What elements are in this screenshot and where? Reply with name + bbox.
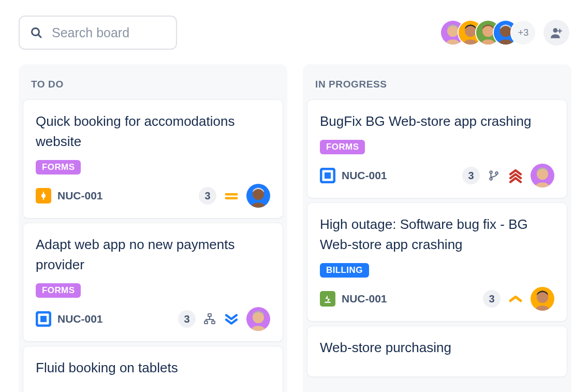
issue-key[interactable]: NUC-001 <box>342 293 387 305</box>
board-columns: TO DOQuick booking for accomodations web… <box>19 64 569 392</box>
svg-rect-16 <box>225 193 238 195</box>
priority-medium-icon <box>224 188 239 204</box>
issue-type-task-icon <box>320 168 335 183</box>
card-title: Web-store purchasing <box>320 338 554 358</box>
column-header: IN PROGRESS <box>303 64 571 99</box>
assignee-avatar[interactable] <box>531 164 554 187</box>
svg-rect-12 <box>557 31 562 32</box>
issue-key[interactable]: NUC-001 <box>57 190 103 202</box>
column-title: IN PROGRESS <box>315 79 559 90</box>
assignee-avatar[interactable] <box>531 287 554 311</box>
priority-high-icon <box>508 291 523 307</box>
card-footer: NUC-0013 <box>320 287 554 311</box>
top-bar: +3 <box>19 16 569 50</box>
issue-card[interactable]: High outage: Software bug fix - BG Web-s… <box>307 202 567 322</box>
card-label: FORMS <box>320 140 365 154</box>
card-label: FORMS <box>36 160 81 175</box>
issue-key[interactable]: NUC-001 <box>57 313 103 325</box>
assignee-avatar[interactable] <box>246 307 270 331</box>
issue-card[interactable]: BugFix BG Web-store app crashingFORMS NU… <box>307 99 567 198</box>
board-column: IN PROGRESSBugFix BG Web-store app crash… <box>303 64 571 392</box>
board-column: TO DOQuick booking for accomodations web… <box>19 64 287 392</box>
svg-point-10 <box>553 28 558 33</box>
svg-rect-21 <box>40 316 47 322</box>
svg-rect-22 <box>208 314 211 316</box>
card-meta-right: 3 <box>199 184 270 208</box>
subtask-icon <box>203 312 216 326</box>
add-person-button[interactable] <box>543 20 569 46</box>
card-meta-left: NUC-001 <box>36 311 103 327</box>
story-points-badge: 3 <box>483 290 501 308</box>
card-label: BILLING <box>320 263 369 278</box>
card-meta-left: NUC-001 <box>36 188 103 204</box>
story-points-badge: 3 <box>199 187 216 205</box>
issue-type-task-icon <box>36 311 51 327</box>
card-meta-right: 3 <box>483 287 554 311</box>
card-footer: NUC-0013 <box>320 164 554 187</box>
card-title: Fluid booking on tablets <box>36 358 270 378</box>
branch-icon <box>487 169 501 182</box>
card-meta-left: NUC-001 <box>320 291 387 307</box>
issue-card[interactable]: Quick booking for accomodations websiteF… <box>23 99 283 219</box>
issue-card[interactable]: Adapt web app no new payments providerFO… <box>23 223 283 342</box>
card-title: BugFix BG Web-store app crashing <box>320 111 554 132</box>
issue-type-epic-icon <box>320 291 335 307</box>
header-right: +3 <box>440 20 569 46</box>
search-wrap <box>19 16 177 50</box>
card-title: Quick booking for accomodations website <box>36 111 270 152</box>
svg-rect-17 <box>225 197 238 199</box>
svg-rect-35 <box>325 302 330 303</box>
card-title: Adapt web app no new payments provider <box>36 235 270 275</box>
card-meta-left: NUC-001 <box>320 168 387 183</box>
card-footer: NUC-0013 <box>36 184 270 208</box>
assignee-avatar[interactable] <box>246 184 270 208</box>
svg-rect-29 <box>325 172 331 179</box>
card-title: High outage: Software bug fix - BG Web-s… <box>320 214 554 255</box>
issue-type-story-icon <box>36 188 51 204</box>
cards-list: Quick booking for accomodations websiteF… <box>19 99 287 392</box>
card-label: FORMS <box>36 283 81 298</box>
story-points-badge: 3 <box>462 167 480 184</box>
issue-card[interactable]: Web-store purchasing <box>307 326 567 377</box>
card-meta-right: 3 <box>178 307 270 331</box>
svg-line-1 <box>38 35 41 37</box>
card-footer: NUC-0013 <box>36 307 270 331</box>
avatar-overflow[interactable]: +3 <box>510 20 536 46</box>
priority-low-icon <box>224 311 239 327</box>
column-header: TO DO <box>19 64 287 99</box>
column-title: TO DO <box>31 79 275 90</box>
priority-highest-icon <box>508 168 523 183</box>
issue-key[interactable]: NUC-001 <box>342 169 387 182</box>
search-icon <box>30 26 42 39</box>
avatar-stack[interactable]: +3 <box>440 20 536 46</box>
issue-card[interactable]: Fluid booking on tablets <box>23 346 283 392</box>
svg-rect-23 <box>204 321 208 324</box>
card-meta-right: 3 <box>462 164 554 187</box>
story-points-badge: 3 <box>178 310 196 328</box>
cards-list: BugFix BG Web-store app crashingFORMS NU… <box>303 99 571 377</box>
svg-rect-24 <box>212 321 215 324</box>
